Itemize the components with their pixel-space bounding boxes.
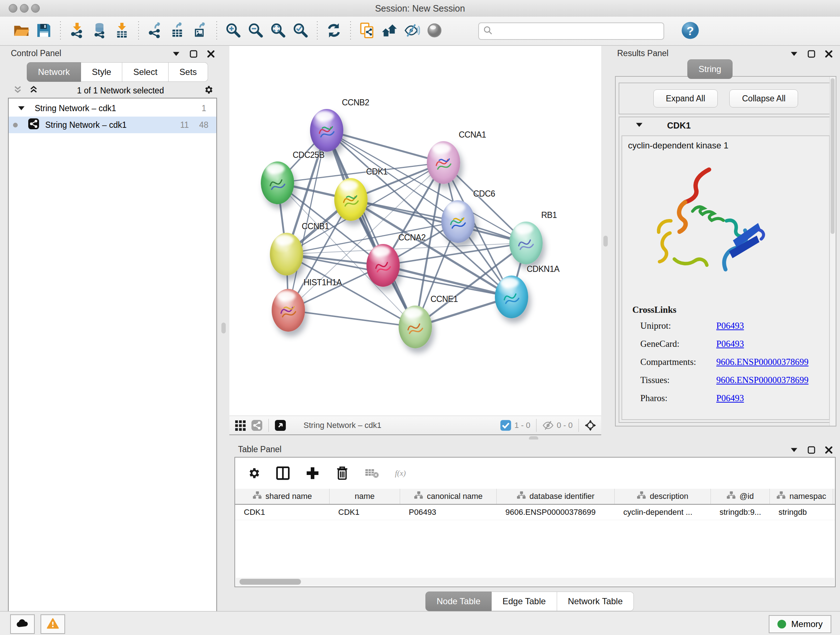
birdseye-view-icon[interactable] — [275, 420, 286, 431]
clone-network-button[interactable] — [358, 21, 377, 41]
control-panel-float-icon[interactable] — [189, 50, 197, 59]
results-panel-close-icon[interactable] — [825, 50, 833, 59]
table-panel-close-icon[interactable] — [825, 446, 833, 455]
home-button[interactable] — [380, 21, 399, 41]
network-node-hist1h1a[interactable] — [272, 289, 305, 332]
results-panel-float-icon[interactable] — [807, 50, 815, 59]
crosslink-link[interactable]: 9606.ENSP00000378699 — [716, 357, 808, 367]
tab-node-table[interactable]: Node Table — [425, 592, 492, 611]
memory-button[interactable]: Memory — [769, 615, 831, 633]
fit-selected-crosshair-icon[interactable] — [584, 420, 596, 431]
table-panel-float-icon[interactable] — [807, 446, 815, 455]
table-row[interactable]: CDK1CDK1P064939606.ENSP00000378699cyclin… — [235, 505, 835, 520]
network-node-ccna2[interactable] — [366, 244, 400, 287]
memory-label: Memory — [791, 619, 823, 629]
table-hscrollbar-thumb[interactable] — [240, 579, 301, 585]
control-panel-close-icon[interactable] — [207, 50, 215, 59]
column-header[interactable]: namespac — [770, 489, 833, 504]
left-splitter-handle[interactable] — [221, 323, 226, 333]
selected-count: 1 - 0 — [515, 421, 531, 430]
search-box[interactable] — [478, 22, 664, 40]
tab-network[interactable]: Network — [27, 62, 81, 82]
network-row-selected[interactable]: String Network – cdk1 11 48 — [9, 117, 216, 133]
right-splitter-handle[interactable] — [603, 236, 608, 247]
tab-network-table[interactable]: Network Table — [557, 592, 634, 611]
network-node-cdkn1a[interactable] — [495, 276, 528, 318]
tab-sets[interactable]: Sets — [169, 62, 208, 82]
tab-select[interactable]: Select — [122, 62, 169, 82]
column-header[interactable]: @id — [711, 489, 770, 504]
help-button[interactable]: ? — [681, 21, 699, 41]
selected-checkbox-icon[interactable] — [500, 420, 512, 431]
table-panel-collapse-icon[interactable] — [790, 446, 798, 455]
expand-all-tree-icon[interactable] — [13, 85, 22, 96]
zoom-fit-button[interactable] — [269, 21, 287, 41]
results-panel-collapse-icon[interactable] — [790, 50, 798, 59]
column-header[interactable]: database identifier — [497, 489, 615, 504]
export-table-button[interactable] — [168, 21, 187, 41]
string-network-icon[interactable] — [251, 420, 263, 431]
network-node-cdk1[interactable] — [334, 178, 368, 221]
column-header[interactable]: shared name — [235, 489, 330, 504]
network-canvas[interactable]: CCNB2CCNA1CDC25BCDK1CDC6RB1CCNB1CCNA2CDK… — [229, 46, 601, 416]
table-hscrollbar[interactable] — [236, 578, 834, 586]
view-grid-icon[interactable] — [234, 420, 246, 431]
results-scrollbar-thumb[interactable] — [831, 78, 835, 234]
refresh-button[interactable] — [325, 21, 343, 41]
results-scrollbar[interactable] — [829, 77, 836, 426]
zoom-in-button[interactable] — [224, 21, 243, 41]
network-edge[interactable] — [288, 310, 415, 327]
network-edge[interactable] — [327, 130, 415, 327]
network-node-cdc6[interactable] — [441, 200, 475, 243]
network-node-ccnb2[interactable] — [310, 109, 343, 152]
network-node-ccna1[interactable] — [427, 141, 460, 184]
help-icon: ? — [681, 21, 699, 41]
crosslink-link[interactable]: 9606.ENSP00000378699 — [716, 375, 808, 385]
expand-all-button[interactable]: Expand All — [653, 89, 718, 108]
toolbar-separator — [138, 21, 139, 41]
add-column-icon[interactable] — [305, 466, 320, 480]
network-node-ccne1[interactable] — [399, 306, 432, 348]
warnings-button[interactable] — [41, 614, 65, 634]
column-header[interactable]: name — [330, 489, 400, 504]
export-image-button[interactable] — [191, 21, 210, 41]
search-input[interactable] — [493, 24, 663, 38]
crosslink-link[interactable]: P06493 — [716, 321, 744, 331]
network-collection-row[interactable]: String Network – cdk1 1 — [9, 100, 216, 117]
network-options-gear-icon[interactable] — [202, 84, 213, 97]
export-network-button[interactable] — [146, 21, 164, 41]
import-network-button[interactable] — [68, 21, 87, 41]
network-node-rb1[interactable] — [509, 222, 543, 264]
collapse-all-tree-icon[interactable] — [29, 85, 38, 96]
open-session-button[interactable] — [12, 21, 31, 41]
column-header[interactable]: canonical name — [400, 489, 497, 504]
crosslink-link[interactable]: P06493 — [716, 393, 744, 403]
entry-caret-icon[interactable] — [635, 122, 643, 129]
export-table-icon — [170, 22, 186, 40]
hide-panel-button[interactable] — [403, 21, 422, 41]
node-table[interactable]: shared namenamecanonical namedatabase id… — [235, 489, 835, 520]
table-options-gear-icon[interactable] — [246, 466, 261, 480]
network-node-cdc25b[interactable] — [261, 162, 294, 204]
table-panel: Table Panel f(x) shared namenamecanonica… — [228, 440, 840, 611]
zoom-out-button[interactable] — [246, 21, 265, 41]
zoom-selected-button[interactable] — [291, 21, 310, 41]
show-columns-icon[interactable] — [276, 466, 290, 480]
save-session-button[interactable] — [34, 21, 53, 41]
collapse-all-button[interactable]: Collapse All — [729, 89, 798, 108]
control-panel-collapse-icon[interactable] — [172, 50, 180, 59]
tab-style[interactable]: Style — [81, 62, 122, 82]
inactive-orb-button[interactable] — [425, 21, 444, 41]
tab-string[interactable]: String — [687, 59, 733, 79]
cloud-button[interactable] — [10, 614, 35, 634]
tab-edge-table[interactable]: Edge Table — [492, 592, 557, 611]
zoom-fit-icon — [270, 22, 286, 40]
network-node-ccnb1[interactable] — [270, 233, 303, 276]
delete-column-icon[interactable] — [335, 466, 349, 480]
import-network-database-button[interactable] — [90, 21, 109, 41]
crosslink-link[interactable]: P06493 — [716, 339, 744, 349]
column-header[interactable]: description — [615, 489, 711, 504]
node-label-cdk1: CDK1 — [366, 167, 387, 177]
import-table-button[interactable] — [112, 21, 131, 41]
collection-caret-icon[interactable] — [17, 103, 25, 113]
